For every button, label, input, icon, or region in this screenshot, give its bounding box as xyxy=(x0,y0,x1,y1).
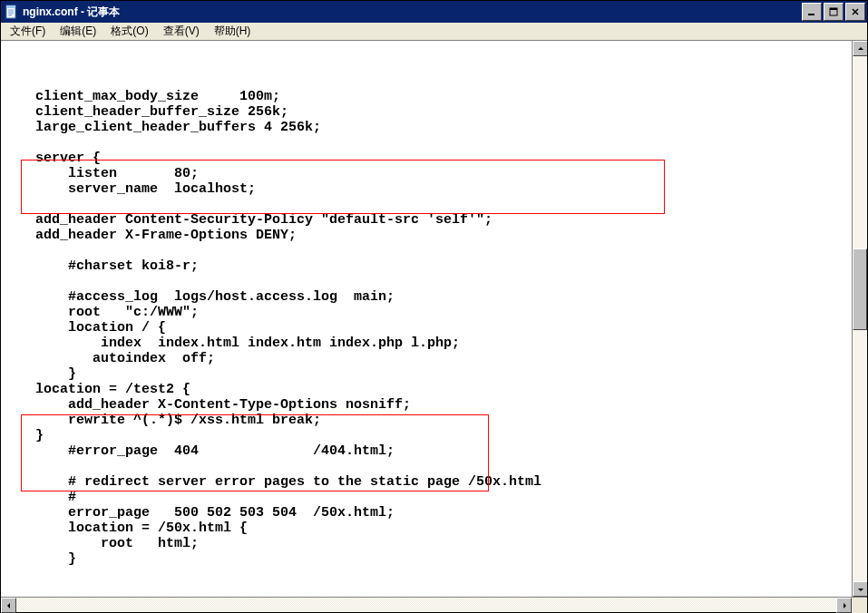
code-line[interactable]: #charset koi8-r; xyxy=(1,258,852,274)
code-line[interactable]: root "c:/WWW"; xyxy=(1,305,852,320)
maximize-button[interactable] xyxy=(824,3,844,21)
code-line[interactable]: location = /50x.html { xyxy=(1,521,852,536)
code-line[interactable]: add_header Content-Security-Policy "defa… xyxy=(1,212,852,228)
code-line[interactable]: root html; xyxy=(1,536,852,551)
code-line[interactable]: error_page 500 502 503 504 /50x.html; xyxy=(1,505,852,521)
code-line[interactable]: large_client_header_buffers 4 256k; xyxy=(1,120,852,135)
code-line[interactable]: } xyxy=(1,428,852,443)
menu-file[interactable]: 文件(F) xyxy=(3,22,53,41)
code-line[interactable]: #access_log logs/host.access.log main; xyxy=(1,289,852,305)
menu-help[interactable]: 帮助(H) xyxy=(207,22,258,41)
code-line[interactable]: } xyxy=(1,366,852,382)
code-line[interactable]: location / { xyxy=(1,320,852,336)
scroll-thumb-vertical[interactable] xyxy=(853,248,867,330)
svg-marker-13 xyxy=(7,603,10,608)
code-line[interactable] xyxy=(1,459,852,474)
vertical-scrollbar[interactable] xyxy=(852,41,867,597)
menu-format[interactable]: 格式(O) xyxy=(103,22,155,41)
code-line[interactable]: client_max_body_size 100m; xyxy=(1,89,852,104)
scroll-right-button[interactable] xyxy=(836,598,852,613)
window-controls xyxy=(800,3,865,21)
svg-rect-6 xyxy=(808,14,814,15)
code-line[interactable]: server { xyxy=(1,151,852,166)
text-editor[interactable]: client_max_body_size 100m; client_header… xyxy=(1,41,852,597)
notepad-window: nginx.conf - 记事本 文件(F) 编辑(E) 格式(O) 查看(V)… xyxy=(0,0,868,613)
code-line[interactable]: index index.html index.htm index.php l.p… xyxy=(1,336,852,351)
code-line[interactable]: client_header_buffer_size 256k; xyxy=(1,104,852,120)
svg-marker-11 xyxy=(858,47,863,50)
code-line[interactable]: } xyxy=(1,551,852,567)
code-line[interactable] xyxy=(1,243,852,258)
svg-marker-14 xyxy=(844,603,846,608)
horizontal-scrollbar[interactable] xyxy=(1,598,852,612)
scroll-corner xyxy=(852,598,867,613)
svg-rect-8 xyxy=(830,8,837,10)
code-line[interactable] xyxy=(1,274,852,289)
code-line[interactable]: # redirect server error pages to the sta… xyxy=(1,474,852,490)
svg-marker-12 xyxy=(858,589,863,591)
code-line[interactable] xyxy=(1,197,852,212)
code-line[interactable]: listen 80; xyxy=(1,166,852,181)
scroll-down-button[interactable] xyxy=(853,581,867,597)
code-line[interactable]: # xyxy=(1,490,852,505)
code-line[interactable]: add_header X-Content-Type-Options nosnif… xyxy=(1,397,852,413)
scroll-track-vertical[interactable] xyxy=(853,56,867,581)
code-line[interactable] xyxy=(1,135,852,151)
code-line[interactable]: location = /test2 { xyxy=(1,382,852,397)
scroll-up-button[interactable] xyxy=(853,41,867,56)
menu-view[interactable]: 查看(V) xyxy=(156,22,207,41)
svg-rect-1 xyxy=(6,5,15,8)
code-line[interactable]: autoindex off; xyxy=(1,351,852,366)
code-line[interactable]: add_header X-Frame-Options DENY; xyxy=(1,228,852,243)
minimize-button[interactable] xyxy=(802,3,822,21)
menubar: 文件(F) 编辑(E) 格式(O) 查看(V) 帮助(H) xyxy=(1,23,867,41)
notepad-icon xyxy=(5,5,19,19)
menu-edit[interactable]: 编辑(E) xyxy=(53,22,103,41)
code-line[interactable]: rewrite ^(.*)$ /xss.html break; xyxy=(1,413,852,428)
code-line[interactable]: server_name localhost; xyxy=(1,181,852,197)
titlebar[interactable]: nginx.conf - 记事本 xyxy=(1,1,867,23)
close-button[interactable] xyxy=(845,3,865,21)
code-line[interactable]: #error_page 404 /404.html; xyxy=(1,443,852,459)
window-title: nginx.conf - 记事本 xyxy=(23,5,800,20)
scroll-track-horizontal[interactable] xyxy=(16,598,836,612)
scroll-left-button[interactable] xyxy=(1,598,16,613)
